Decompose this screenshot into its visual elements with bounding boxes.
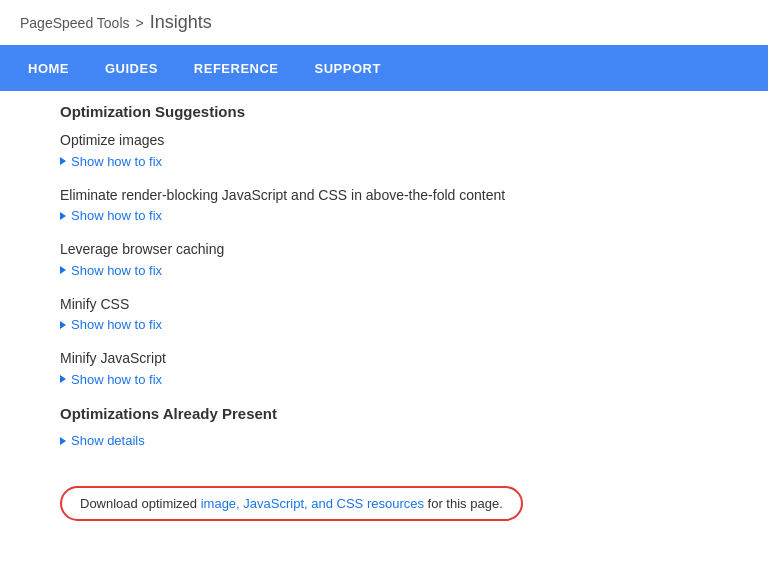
suggestion-optimize-images: Optimize images Show how to fix: [60, 132, 748, 169]
section-title: Optimization Suggestions: [60, 103, 748, 120]
download-resources-link[interactable]: image, JavaScript, and CSS resources: [201, 496, 424, 511]
download-prefix: Download optimized: [80, 496, 201, 511]
nav-home[interactable]: HOME: [10, 45, 87, 91]
show-how-to-fix-3[interactable]: Show how to fix: [60, 263, 162, 278]
show-link-label-1: Show how to fix: [71, 154, 162, 169]
main-content: Optimization Suggestions Optimize images…: [0, 91, 768, 541]
suggestion-browser-caching: Leverage browser caching Show how to fix: [60, 241, 748, 278]
breadcrumb: PageSpeed Tools > Insights: [0, 0, 768, 45]
show-how-to-fix-5[interactable]: Show how to fix: [60, 372, 162, 387]
suggestion-title-2: Eliminate render-blocking JavaScript and…: [60, 187, 748, 203]
nav-reference[interactable]: REFERENCE: [176, 45, 297, 91]
show-link-label-3: Show how to fix: [71, 263, 162, 278]
optimizations-title: Optimizations Already Present: [60, 405, 748, 422]
suggestion-minify-css: Minify CSS Show how to fix: [60, 296, 748, 333]
breadcrumb-pagespeed-link[interactable]: PageSpeed Tools: [20, 15, 130, 31]
suggestion-minify-js: Minify JavaScript Show how to fix: [60, 350, 748, 387]
optimizations-already-present-section: Optimizations Already Present Show detai…: [60, 405, 748, 449]
triangle-icon-details: [60, 437, 66, 445]
suggestion-title-3: Leverage browser caching: [60, 241, 748, 257]
triangle-icon-1: [60, 157, 66, 165]
breadcrumb-current: Insights: [150, 12, 212, 33]
show-how-to-fix-2[interactable]: Show how to fix: [60, 208, 162, 223]
show-link-label-5: Show how to fix: [71, 372, 162, 387]
triangle-icon-4: [60, 321, 66, 329]
show-how-to-fix-4[interactable]: Show how to fix: [60, 317, 162, 332]
navbar: HOME GUIDES REFERENCE SUPPORT: [0, 45, 768, 91]
suggestion-title-5: Minify JavaScript: [60, 350, 748, 366]
breadcrumb-separator: >: [136, 15, 144, 31]
show-details-label: Show details: [71, 433, 145, 448]
show-link-label-2: Show how to fix: [71, 208, 162, 223]
suggestion-title-1: Optimize images: [60, 132, 748, 148]
show-link-label-4: Show how to fix: [71, 317, 162, 332]
suggestion-title-4: Minify CSS: [60, 296, 748, 312]
nav-support[interactable]: SUPPORT: [297, 45, 399, 91]
triangle-icon-2: [60, 212, 66, 220]
triangle-icon-3: [60, 266, 66, 274]
download-bar: Download optimized image, JavaScript, an…: [60, 486, 523, 521]
download-suffix: for this page.: [424, 496, 503, 511]
show-how-to-fix-1[interactable]: Show how to fix: [60, 154, 162, 169]
nav-guides[interactable]: GUIDES: [87, 45, 176, 91]
triangle-icon-5: [60, 375, 66, 383]
show-details-link[interactable]: Show details: [60, 433, 145, 448]
suggestion-render-blocking: Eliminate render-blocking JavaScript and…: [60, 187, 748, 224]
